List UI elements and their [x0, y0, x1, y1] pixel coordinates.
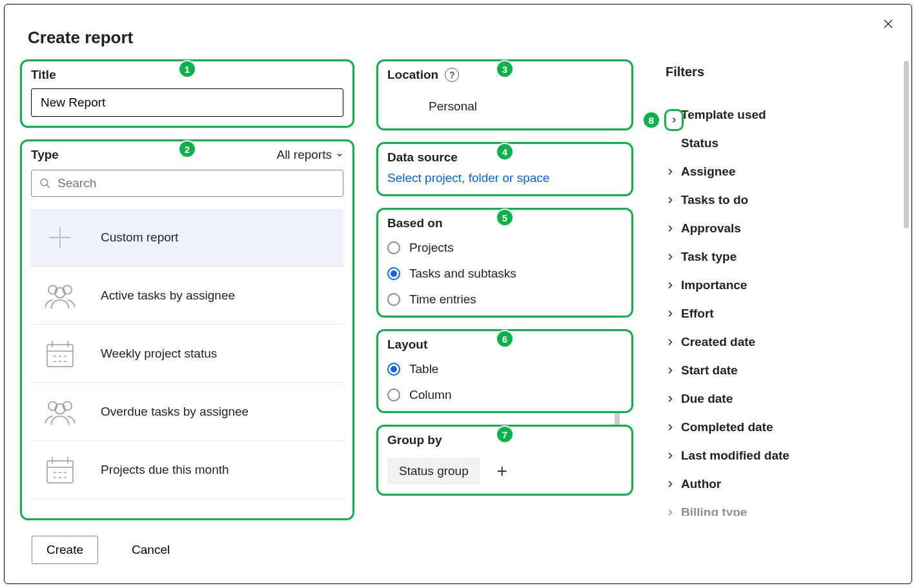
filter-effort[interactable]: Effort [659, 301, 900, 326]
template-item-projects-due[interactable]: Projects due this month [31, 441, 343, 499]
filter-label: Importance [681, 278, 747, 292]
filter-label: Template used [681, 108, 766, 122]
chevron-right-icon [666, 167, 675, 176]
location-panel: 3 Location ? Personal [376, 59, 633, 130]
filter-tasks-to-do[interactable]: Tasks to do [659, 188, 900, 212]
chevron-right-icon [670, 116, 678, 124]
template-search[interactable] [31, 170, 343, 197]
report-title-input[interactable] [31, 88, 343, 117]
filter-completed-date[interactable]: Completed date [659, 415, 900, 440]
filter-last-modified[interactable]: Last modified date [659, 443, 900, 468]
svg-point-9 [398, 104, 402, 108]
search-icon [39, 177, 51, 189]
create-button[interactable]: Create [32, 536, 98, 564]
filter-created-date[interactable]: Created date [659, 330, 900, 354]
template-item-label: Custom report [101, 230, 178, 245]
group-by-panel: 7 Group by Status group + [376, 425, 633, 496]
template-item-weekly-status[interactable]: Weekly project status [31, 325, 343, 383]
based-on-tasks[interactable]: Tasks and subtasks [387, 267, 622, 281]
radio-label: Projects [409, 241, 454, 255]
layout-column[interactable]: Column [387, 388, 622, 402]
filter-label: Last modified date [681, 449, 789, 463]
chevron-right-icon [666, 423, 675, 432]
filter-importance[interactable]: Importance [659, 273, 900, 298]
add-group-button[interactable]: + [493, 462, 511, 480]
calendar-icon [43, 336, 77, 371]
filter-start-date[interactable]: Start date [659, 358, 900, 383]
chevron-right-icon [666, 366, 675, 375]
location-value: Personal [429, 99, 477, 114]
location-value-row[interactable]: Personal [387, 88, 622, 119]
template-item-label: Weekly project status [101, 347, 217, 361]
filter-label: Due date [681, 392, 733, 406]
chevron-right-icon [666, 224, 675, 233]
filter-status[interactable]: Status [659, 131, 900, 156]
filter-author[interactable]: Author [659, 472, 900, 496]
help-icon[interactable]: ? [445, 68, 459, 82]
filter-task-type[interactable]: Task type [659, 245, 900, 269]
template-item-label: Projects due this month [101, 463, 229, 477]
filter-label: Approvals [681, 221, 741, 236]
dialog-body: 1 Title 2 Type All reports [5, 59, 911, 520]
filter-label: Tasks to do [681, 193, 748, 207]
type-filter-dropdown[interactable]: All reports [276, 148, 343, 162]
layout-panel: 6 Layout Table Column [376, 329, 633, 413]
chevron-right-icon [666, 309, 675, 318]
calendar-icon [43, 452, 77, 487]
template-item-label: Overdue tasks by assignee [101, 405, 249, 419]
radio-icon [387, 241, 400, 254]
radio-icon [387, 389, 400, 401]
type-panel: 2 Type All reports [20, 139, 354, 520]
filter-label: Start date [681, 363, 738, 378]
scrollbar-thumb[interactable] [904, 61, 909, 228]
filter-label: Status [681, 136, 718, 150]
radio-label: Tasks and subtasks [409, 267, 516, 281]
annotation-badge-4: 4 [496, 143, 514, 161]
people-icon [43, 394, 77, 429]
annotation-badge-8: 8 [642, 111, 660, 129]
annotation-badge-7: 7 [496, 425, 514, 443]
template-item-custom[interactable]: Custom report [31, 208, 343, 267]
radio-icon [387, 363, 400, 376]
filter-template-used[interactable]: Template used [659, 103, 900, 127]
data-source-panel: 4 Data source Select project, folder or … [376, 142, 633, 196]
chevron-right-icon [666, 338, 675, 347]
filter-due-date[interactable]: Due date [659, 387, 900, 411]
filter-approvals[interactable]: Approvals [659, 216, 900, 241]
based-on-time[interactable]: Time entries [387, 292, 622, 307]
dialog-header: Create report [5, 5, 911, 59]
chevron-right-icon [666, 508, 675, 516]
cancel-button[interactable]: Cancel [117, 536, 184, 563]
select-data-source-link[interactable]: Select project, folder or space [387, 171, 622, 185]
people-icon [43, 278, 77, 313]
radio-label: Time entries [409, 292, 476, 307]
chevron-right-icon [666, 252, 675, 261]
home-person-icon [387, 94, 413, 119]
based-on-panel: 5 Based on Projects Tasks and subtasks T… [376, 208, 633, 318]
filter-assignee[interactable]: Assignee [659, 159, 900, 184]
chevron-right-icon [666, 480, 675, 489]
plus-icon [43, 220, 77, 255]
chevron-right-icon [666, 451, 675, 460]
filter-billing-type[interactable]: Billing type [659, 500, 900, 516]
type-label: Type [31, 148, 59, 162]
template-search-input[interactable] [57, 176, 335, 190]
annotation-badge-3: 3 [496, 60, 514, 78]
close-icon [882, 18, 894, 30]
group-by-chip[interactable]: Status group [387, 458, 480, 485]
close-button[interactable] [879, 15, 897, 33]
template-item-active-tasks[interactable]: Active tasks by assignee [31, 267, 343, 325]
annotation-badge-6: 6 [496, 330, 514, 348]
layout-table[interactable]: Table [387, 362, 622, 376]
title-panel: 1 Title [20, 59, 354, 128]
chevron-down-icon [336, 151, 343, 159]
svg-point-0 [41, 179, 48, 186]
filter-list: Template used Status Assignee Tasks to d… [659, 103, 900, 516]
filter-label: Task type [681, 250, 737, 264]
template-item-overdue[interactable]: Overdue tasks by assignee [31, 383, 343, 441]
based-on-projects[interactable]: Projects [387, 241, 622, 255]
filter-label: Created date [681, 335, 755, 349]
filters-title: Filters [659, 65, 900, 79]
filter-label: Author [681, 477, 721, 491]
filters-column: 8 Filters Template used Status Assignee [655, 59, 900, 520]
